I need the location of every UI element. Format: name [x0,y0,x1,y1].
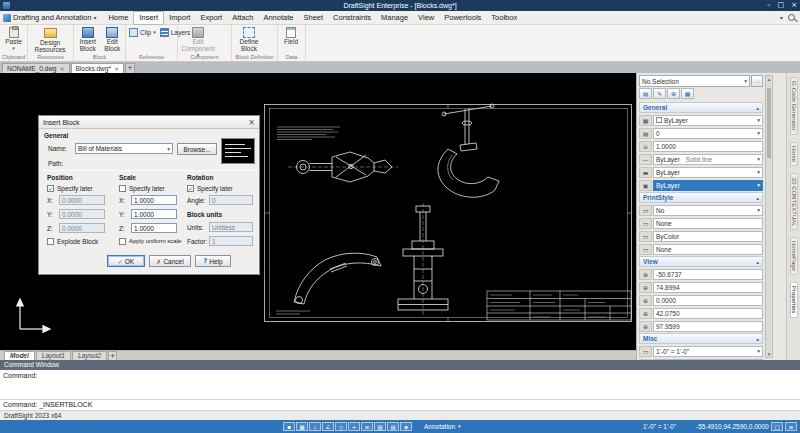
close-icon[interactable]: × [114,65,119,72]
clean-screen-icon[interactable]: □ [771,422,783,431]
ok-button[interactable]: ✓ OK [107,255,145,267]
menu-home[interactable]: Home [103,12,133,24]
edit-block-button[interactable]: Edit Block [101,26,123,53]
tab-gcode-generator[interactable]: G-Code Generator [790,77,798,135]
uniform-scale-checkbox[interactable] [119,238,126,245]
property-row-printstyle-mode[interactable]: ▭ ByColor [639,230,763,242]
command-input[interactable]: Command: _INSERTBLOCK [0,399,800,410]
quick-input-icon[interactable]: ▤ [387,422,399,431]
menu-toolbox[interactable]: Toolbox [486,12,522,24]
property-row-annotation-scale[interactable]: ▭ 1'-0" = 1'-0"▾ [639,345,763,357]
tab-properties[interactable]: Properties [790,282,798,317]
selection-filter-select[interactable]: No Selection ▾ [639,75,750,87]
tab-model[interactable]: Model [4,351,35,360]
property-row-printstyle-table[interactable]: ▭ None [639,217,763,229]
menu-attach[interactable]: Attach [227,12,258,24]
menu-sheet[interactable]: Sheet [298,12,328,24]
close-icon[interactable]: × [60,65,65,72]
panel-scrollbar[interactable]: ▴ ▾ [765,75,773,358]
tab-home[interactable]: Home [790,142,798,166]
scrollbar-thumb[interactable] [767,88,771,158]
menu-annotate[interactable]: Annotate [258,12,298,24]
property-row-color[interactable]: ▦ ByLayer▾ [639,114,763,126]
angle-field[interactable]: 0 [209,195,253,205]
tab-homepage[interactable]: HomePage [790,237,798,275]
dialog-titlebar[interactable]: Insert Block × [39,116,259,129]
search-icon[interactable] [788,14,795,21]
menu-constraints[interactable]: Constraints [328,12,376,24]
scroll-up-icon[interactable]: ▴ [766,76,772,82]
clip-button[interactable]: Clip ▾ [128,26,157,38]
position-y-field[interactable]: 0.0000 [59,209,105,219]
property-row-view-centerz[interactable]: ⊕ 0.0000 [639,294,763,306]
property-row-view-centerx[interactable]: ⊕ -50.6737 [639,268,763,280]
cancel-button[interactable]: ✗ Cancel [149,255,191,267]
display-options-icon[interactable]: ▦ [681,88,694,99]
transparency-icon[interactable]: ▨ [374,422,386,431]
close-button[interactable]: × [791,0,797,11]
quick-select-icon[interactable]: ⊕ [667,88,680,99]
field-button[interactable]: Field [280,26,302,46]
panel-menu-button[interactable]: ⋯ [751,75,763,87]
property-row-linescale[interactable]: ≡ 1.0000 [639,140,763,152]
define-block-button[interactable]: Define Block [234,26,264,53]
snap-icon[interactable]: ▪ [283,422,295,431]
menu-export[interactable]: Export [195,12,227,24]
units-field[interactable]: Unitless [209,222,253,232]
scroll-down-icon[interactable]: ▾ [766,351,772,357]
new-tab-button[interactable]: + [125,63,135,73]
position-x-field[interactable]: 0.0000 [59,195,105,205]
menu-insert[interactable]: Insert [133,11,164,25]
property-row-printstyle-attached[interactable]: ▭ None [639,243,763,255]
scale-specify-later-checkbox[interactable] [119,185,126,192]
doc-tab-blocks[interactable]: Blocks.dwg* × [71,63,124,73]
property-row-linestyle[interactable]: — ByLayerSolid line▾ [639,153,763,165]
ortho-icon[interactable]: ⊥ [309,422,321,431]
doc-tab-noname[interactable]: NONAME_0.dwg × [2,63,70,73]
polar-icon[interactable]: ∠ [322,422,334,431]
options-icon[interactable]: ≡ [785,422,797,431]
property-row-view-width[interactable]: ⊕ 97.9599 [639,320,763,332]
property-row-printstyle[interactable]: ▭ No▾ [639,204,763,216]
scale-y-field[interactable]: 1.0000 [131,209,177,219]
insert-block-button[interactable]: Insert Block [76,26,99,53]
entity-snap-icon[interactable]: ◇ [335,422,347,431]
maximize-button[interactable]: □ [778,0,785,11]
scale-x-field[interactable]: 1.0000 [131,195,177,205]
scale-z-field[interactable]: 1.0000 [131,223,177,233]
tab-3d-contextual[interactable]: 3D CONTEXTUAL [790,173,798,231]
property-row-view-centery[interactable]: ⊕ 74.8994 [639,281,763,293]
help-button[interactable]: ? Help [195,255,231,267]
block-name-select[interactable]: Bill of Materials ▾ [75,143,173,154]
menu-powertools[interactable]: Powertools [439,12,486,24]
property-row-selected[interactable]: ▣ ByLayer▾ [639,179,763,191]
command-window[interactable]: Command: Command: _INSERTBLOCK [0,370,800,410]
position-z-field[interactable]: 0.0000 [59,223,105,233]
edit-properties-icon[interactable]: ✎ [653,88,666,99]
add-sheet-button[interactable]: + [108,351,117,360]
browse-button[interactable]: Browse... [177,143,217,155]
factor-field[interactable]: 1 [209,236,253,246]
explode-block-checkbox[interactable] [47,238,54,245]
property-row-lineweight[interactable]: ▬ ByLayer▾ [639,166,763,178]
tab-layout1[interactable]: Layout1 [36,351,71,360]
paste-button[interactable]: Paste ▾ [2,26,25,51]
rotation-specify-later-checkbox[interactable]: ✓ [187,185,194,192]
section-printstyle[interactable]: PrintStyle ▴ [639,192,763,203]
property-row-layer[interactable]: ▤ 0▾ [639,127,763,139]
grid-icon[interactable]: ▦ [296,422,308,431]
command-window-header[interactable]: Command Window [0,360,800,370]
dialog-close-icon[interactable]: × [248,116,255,129]
workspace-selector[interactable]: Drafting and Annotation ▾ [3,13,96,22]
property-row-view-height[interactable]: ⊕ 42.0750 [639,307,763,319]
section-misc[interactable]: Misc ▴ [639,333,763,344]
filter-icon[interactable]: ▤ [639,88,652,99]
annotation-visibility-icon[interactable]: ◈ [400,422,412,431]
annotation-scale-select[interactable]: Annotation ▾ [424,420,461,433]
chevron-down-icon[interactable]: ▾ [780,14,783,21]
entity-track-icon[interactable]: + [348,422,360,431]
tab-layout2[interactable]: Layout2 [72,351,107,360]
design-resources-button[interactable]: Design Resources [30,26,70,54]
minimize-button[interactable]: – [767,0,771,11]
menu-manage[interactable]: Manage [376,12,413,24]
